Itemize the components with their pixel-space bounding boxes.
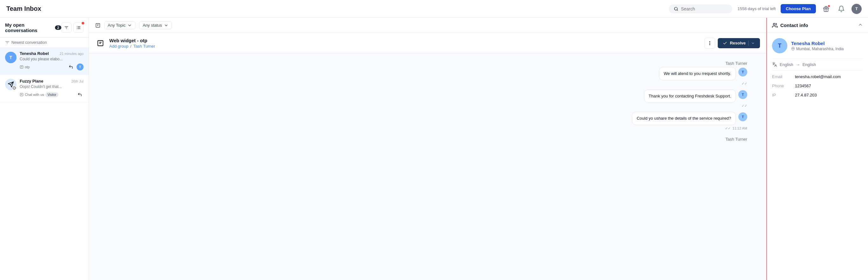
- message-check: ✓✓: [742, 104, 747, 108]
- message-check: ✓✓: [742, 81, 747, 86]
- message-meta: ✓✓: [742, 104, 747, 108]
- sidebar-actions: [61, 23, 84, 33]
- chat-source-icon: [95, 38, 105, 48]
- message-sender-label: Tash Turner: [725, 61, 747, 66]
- conversation-channel: Chat with us Visitor: [20, 93, 58, 97]
- conversation-actions: [76, 91, 84, 98]
- search-icon: [674, 6, 678, 11]
- filter-button[interactable]: [61, 23, 71, 33]
- svg-line-1: [677, 9, 678, 10]
- message-with-avatar: Thank you for contacting Freshdesk Suppo…: [644, 90, 747, 103]
- sort-label: Newest conversation: [0, 38, 89, 47]
- nav-right: 1558 days of trial left Choose Plan T: [669, 4, 862, 14]
- conversation-item[interactable]: Fuzzy Plane 26th Jul Oops! Couldn't get …: [0, 75, 89, 103]
- topic-filter-button[interactable]: Any Topic: [104, 21, 135, 29]
- conversation-top: Tenesha Robel 21 minutes ago: [20, 51, 84, 56]
- contact-profile: T Tenesha Robel Mumbai, Maharashtra, Ind…: [772, 38, 863, 53]
- email-label: Email: [772, 74, 791, 79]
- chat-breadcrumb: Add group / Tash Turner: [109, 44, 701, 48]
- chat-header-info: Web widget - otp Add group / Tash Turner: [109, 38, 701, 48]
- messages-area: Tash Turner We will atend to you rreques…: [89, 53, 766, 280]
- chat-header-actions: Resolve: [704, 38, 760, 48]
- contact-details: Tenesha Robel Mumbai, Maharashtra, India: [791, 41, 843, 51]
- main-layout: My open conversations 2 Newest conversat…: [0, 18, 868, 280]
- conversation-actions: T: [67, 63, 84, 71]
- agent-link[interactable]: Tash Turner: [133, 44, 155, 48]
- message-meta: ✓✓: [742, 81, 747, 86]
- collapse-panel-button[interactable]: [858, 22, 863, 28]
- sidebar: My open conversations 2 Newest conversat…: [0, 18, 89, 280]
- reply-icon[interactable]: [67, 63, 75, 71]
- nav-left: Team Inbox: [6, 5, 41, 12]
- email-value: tenesha.robel@mail.com: [795, 74, 841, 79]
- contact-location: Mumbai, Maharashtra, India: [791, 47, 843, 51]
- contact-full-name[interactable]: Tenesha Robel: [791, 41, 843, 46]
- conversation-body: Tenesha Robel 21 minutes ago Could you p…: [20, 51, 84, 71]
- sort-button[interactable]: [73, 23, 84, 33]
- conversation-time: 21 minutes ago: [60, 52, 84, 56]
- add-group-link[interactable]: Add group: [109, 44, 128, 48]
- contact-panel-body: T Tenesha Robel Mumbai, Maharashtra, Ind…: [767, 33, 868, 103]
- conversation-item[interactable]: T Tenesha Robel 21 minutes ago Could you…: [0, 47, 89, 75]
- contact-info-panel: Contact info T Tenesha Robel Mumbai, Mah…: [766, 18, 868, 280]
- reply-icon[interactable]: [76, 91, 84, 98]
- message-group-1: Tash Turner We will atend to you rreques…: [108, 61, 747, 86]
- conversation-count-badge: 2: [55, 25, 61, 30]
- svg-point-22: [793, 48, 794, 49]
- gift-icon[interactable]: [821, 4, 831, 14]
- search-input[interactable]: [681, 6, 727, 11]
- contact-name: Fuzzy Plane: [20, 79, 43, 83]
- filter-row: Any Topic Any status: [89, 18, 766, 33]
- ip-label: IP: [772, 93, 791, 98]
- app-title: Team Inbox: [6, 5, 41, 12]
- sort-badge: [82, 22, 84, 25]
- gift-badge: [828, 5, 830, 7]
- fuzzy-plane-avatar-container: [5, 79, 17, 90]
- conversation-channel: otp: [20, 65, 30, 69]
- top-nav: Team Inbox 1558 days of trial left Choos…: [0, 0, 868, 18]
- resolve-button[interactable]: Resolve: [718, 38, 760, 48]
- message-with-avatar: We will atend to you rrequest shortly. T: [659, 67, 747, 80]
- conversation-preview: Could you please elabo...: [20, 57, 84, 61]
- contact-ip-field: IP 27.4.87.203: [772, 93, 863, 98]
- no-entry-badge: [12, 86, 17, 90]
- sidebar-title: My open conversations: [5, 22, 53, 33]
- more-options-button[interactable]: [704, 38, 715, 48]
- conversation-top: Fuzzy Plane 26th Jul: [20, 79, 84, 83]
- search-box[interactable]: [669, 4, 732, 13]
- message-bubble: Could yo ushare the details of the servi…: [632, 112, 736, 125]
- contact-panel-title: Contact info: [772, 23, 808, 28]
- contact-phone-field: Phone 1234567: [772, 83, 863, 88]
- message-time: 11:12 AM: [733, 126, 747, 130]
- ip-value: 27.4.87.203: [795, 93, 817, 98]
- agent-avatar: T: [738, 112, 747, 121]
- conversation-footer: otp T: [20, 63, 84, 71]
- contact-panel-header: Contact info: [767, 18, 868, 33]
- contact-avatar-large: T: [772, 38, 787, 53]
- visitor-badge: Visitor: [45, 93, 59, 97]
- source-icon-label: [95, 23, 100, 28]
- message-sender-label-bottom: Tash Turner: [108, 137, 747, 142]
- chat-source-title: Web widget - otp: [109, 38, 701, 43]
- avatar[interactable]: T: [851, 4, 862, 14]
- conversation-footer: Chat with us Visitor: [20, 91, 84, 98]
- sidebar-title-area: My open conversations 2: [5, 22, 61, 33]
- choose-plan-button[interactable]: Choose Plan: [781, 4, 816, 13]
- trial-text: 1558 days of trial left: [737, 6, 776, 11]
- message-bubble: We will atend to you rrequest shortly.: [659, 67, 736, 80]
- conversation-time: 26th Jul: [71, 79, 84, 83]
- notification-icon[interactable]: [836, 4, 846, 14]
- message-meta: ✓✓ 11:12 AM: [725, 126, 747, 131]
- chat-header: Web widget - otp Add group / Tash Turner…: [89, 33, 766, 53]
- conversation-preview: Oops! Couldn't get that...: [20, 84, 84, 89]
- message-group-2: Thank you for contacting Freshdesk Suppo…: [108, 90, 747, 108]
- message-with-avatar: Could yo ushare the details of the servi…: [632, 112, 747, 125]
- sidebar-header: My open conversations 2: [0, 18, 89, 38]
- translate-row: English → English: [772, 59, 863, 70]
- status-filter-button[interactable]: Any status: [139, 21, 172, 29]
- message-check: ✓✓: [725, 126, 731, 131]
- message-bubble: Thank you for contacting Freshdesk Suppo…: [644, 90, 736, 103]
- chat-area: Any Topic Any status Web widget - otp Ad…: [89, 18, 766, 280]
- svg-point-21: [773, 23, 775, 25]
- contact-email-field: Email tenesha.robel@mail.com: [772, 74, 863, 79]
